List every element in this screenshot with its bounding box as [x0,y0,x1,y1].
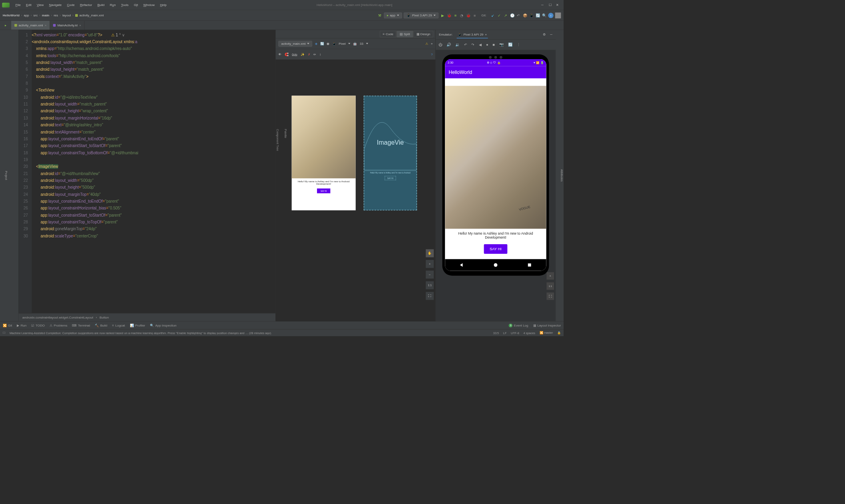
view-split-button[interactable]: ▤ Split [397,31,413,37]
git-commit-icon[interactable]: ✓ [497,13,502,18]
rotate-left-icon[interactable]: ↶ [464,42,467,47]
tool-git[interactable]: 🔀 Git [3,323,12,327]
menu-help[interactable]: Help [157,3,169,7]
reload-icon[interactable]: 🔄 [508,42,512,47]
tool-app-inspection[interactable]: 🔍 App Inspection [150,323,176,327]
overview-icon[interactable]: ■ [492,42,495,47]
attach-icon[interactable]: 🐞 [466,13,470,18]
status-branch[interactable]: 🔀 master [540,331,553,335]
view-design-button[interactable]: ▦ Design [413,31,433,37]
tool-todo[interactable]: ☑ TODO [31,323,45,327]
project-collapsed-handle[interactable] [8,30,19,321]
menu-window[interactable]: Window [141,3,157,7]
blueprint-preview[interactable]: ImageVie Hello! My name is Ashley and I'… [364,96,417,210]
git-history-icon[interactable]: 🕐 [510,13,514,18]
design-surface-icon[interactable]: ◈ [315,42,317,45]
rotate-right-icon[interactable]: ↷ [471,42,474,47]
sync-icon[interactable]: 🔄 [535,13,540,18]
minimize-icon[interactable]: ─ [541,3,545,7]
run-config-dropdown[interactable]: ▸ app [384,12,402,18]
volume-down-icon[interactable]: 🔉 [455,42,460,47]
close-tab-icon[interactable]: × [485,32,487,36]
close-icon[interactable]: ✕ [556,3,560,7]
breadcrumb-main[interactable]: main [42,14,50,17]
device-label[interactable]: Pixel [339,42,345,45]
menu-build[interactable]: Build [95,3,107,7]
breadcrumb-layout[interactable]: layout [62,14,71,17]
wand-icon[interactable]: ✨ [301,52,305,56]
menu-refactor[interactable]: Refactor [77,3,95,7]
design-canvas[interactable]: Palette Component Tree Hello! My name is… [276,60,436,321]
zoom-in-icon[interactable]: + [426,260,434,268]
align-icon[interactable]: ↕ [319,52,321,56]
search-icon[interactable]: 🔍 [542,13,546,18]
breadcrumb-app[interactable]: app [24,14,29,17]
tool-layout-inspector[interactable]: ▦ Layout Inspector [533,323,561,327]
menu-code[interactable]: Code [64,3,77,7]
breadcrumb-file[interactable]: activity_main.xml [80,14,104,17]
dp-label[interactable]: 0dp [292,52,297,56]
volume-up-icon[interactable]: 🔊 [446,42,451,47]
tab-mainactivity[interactable]: MainActivity.kt × [50,21,85,30]
more-icon[interactable]: ⋮ [517,42,520,47]
component-tree-tab[interactable]: Component Tree [276,129,279,151]
tool-profiler[interactable]: 📊 Profiler [130,323,145,327]
device-dropdown[interactable]: 📱 Pixel 3 API 29 [404,12,439,18]
maximize-icon[interactable]: ☐ [549,3,552,7]
breadcrumb-res[interactable]: res [54,14,58,17]
sdk-icon[interactable]: 📦 [522,13,527,18]
view-code-button[interactable]: ≡ Code [380,31,396,37]
tool-attributes[interactable]: Attributes [560,169,564,182]
menu-view[interactable]: View [34,3,46,7]
emu-11-icon[interactable]: 1:1 [546,282,554,290]
api-label[interactable]: 33 [360,42,363,45]
avd-icon[interactable]: 📱 [529,13,534,18]
screenshot-icon[interactable]: 📷 [499,42,504,47]
tool-event-log[interactable]: 3 Event Log [509,323,528,327]
close-tab-icon[interactable]: × [45,23,47,27]
help-icon[interactable]: ? [431,52,432,56]
close-tab-icon[interactable]: × [79,23,81,27]
emulator-device-tab[interactable]: 📱Pixel 3 API 29× [457,31,488,38]
zoom-11-icon[interactable]: 1:1 [426,281,434,289]
menu-edit[interactable]: Edit [23,3,34,7]
tool-problems[interactable]: ⚠ Problems [50,323,67,327]
run-icon[interactable]: ▶ [440,13,445,18]
tab-activity-main[interactable]: activity_main.xml × [11,21,50,30]
home-icon[interactable]: ● [486,42,488,47]
design-preview[interactable]: Hello! My name is Ashley and I'm new to … [292,96,356,210]
code-content[interactable]: <?xml version="1.0" encoding="utf-8"?> ⚠… [32,30,275,313]
tool-logcat[interactable]: ≡ Logcat [112,323,125,327]
clear-icon[interactable]: ✗ [308,52,311,56]
stop-icon[interactable]: ■ [472,13,477,18]
emu-fit-icon[interactable]: ⛶ [546,293,554,300]
tool-build[interactable]: 🔨 Build [95,323,107,327]
back-icon[interactable]: ◀ [479,42,482,47]
help-icon[interactable]: ↑ [548,13,553,18]
say-hi-button[interactable]: SAY HI [484,244,508,254]
tool-run[interactable]: ▶ Run [17,323,26,327]
git-push-icon[interactable]: ↗ [503,13,508,18]
power-icon[interactable]: ⏻ [438,42,442,47]
code-nav-child[interactable]: Button [100,315,109,319]
git-rollback-icon[interactable]: ↶ [516,13,521,18]
code-nav-root[interactable]: androidx.constraintlayout.widget.Constra… [22,315,93,319]
nav-overview-icon[interactable] [527,262,532,267]
debug-icon[interactable]: 🐞 [446,13,451,18]
magnet-icon[interactable]: 🧲 [285,52,289,56]
menu-file[interactable]: FFileile [13,3,23,7]
git-update-icon[interactable]: ↙ [490,13,495,18]
avatar[interactable] [555,12,561,18]
breadcrumb-src[interactable]: src [33,14,38,17]
palette-tab[interactable]: Palette [284,129,287,151]
hammer-icon[interactable]: ⚒ [377,13,382,18]
gear-icon[interactable]: ⚙ [543,33,546,36]
night-mode-icon[interactable]: ◉ [327,42,329,45]
profile-icon[interactable]: ◔ [459,13,464,18]
menu-navigate[interactable]: Navigate [46,3,64,7]
zoom-out-icon[interactable]: − [426,271,434,279]
menu-tools[interactable]: Tools [118,3,131,7]
coverage-icon[interactable]: ≡ [453,13,458,18]
status-charset[interactable]: UTF-8 [511,331,519,335]
emu-zoom-in-icon[interactable]: + [546,272,554,280]
